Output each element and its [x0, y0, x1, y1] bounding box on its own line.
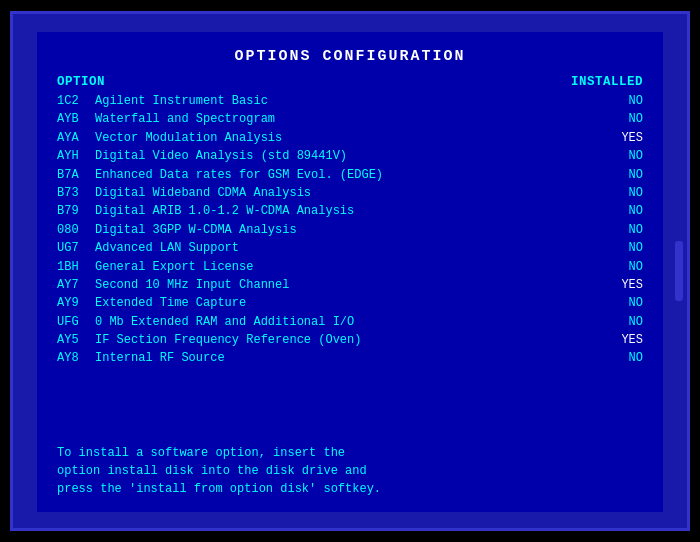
table-row: AY9Extended Time CaptureNO	[57, 295, 643, 312]
option-code: UG7	[57, 240, 95, 257]
table-row: B7AEnhanced Data rates for GSM Evol. (ED…	[57, 167, 643, 184]
option-installed-status: NO	[601, 240, 643, 257]
option-installed-status: NO	[601, 295, 643, 312]
option-installed-status: YES	[601, 332, 643, 349]
footer-line1: To install a software option, insert the	[57, 444, 643, 462]
option-description: Second 10 MHz Input Channel	[95, 277, 601, 294]
table-row: 1C2Agilent Instrument BasicNO	[57, 93, 643, 110]
option-installed-status: NO	[601, 167, 643, 184]
installed-column-header: INSTALLED	[571, 75, 643, 89]
option-code: AY5	[57, 332, 95, 349]
options-table: 1C2Agilent Instrument BasicNOAYBWaterfal…	[57, 93, 643, 436]
option-installed-status: YES	[601, 277, 643, 294]
option-installed-status: NO	[601, 111, 643, 128]
option-description: Agilent Instrument Basic	[95, 93, 601, 110]
scroll-indicator	[675, 241, 683, 301]
option-description: Digital Wideband CDMA Analysis	[95, 185, 601, 202]
option-code: 1BH	[57, 259, 95, 276]
table-row: B79Digital ARIB 1.0-1.2 W-CDMA AnalysisN…	[57, 203, 643, 220]
table-row: AY5IF Section Frequency Reference (Oven)…	[57, 332, 643, 349]
option-description: Enhanced Data rates for GSM Evol. (EDGE)	[95, 167, 601, 184]
option-installed-status: NO	[601, 203, 643, 220]
footer-instructions: To install a software option, insert the…	[57, 444, 643, 498]
option-description: Digital Video Analysis (std 89441V)	[95, 148, 601, 165]
table-row: 1BHGeneral Export LicenseNO	[57, 259, 643, 276]
option-code: B79	[57, 203, 95, 220]
table-row: B73Digital Wideband CDMA AnalysisNO	[57, 185, 643, 202]
option-description: IF Section Frequency Reference (Oven)	[95, 332, 601, 349]
option-installed-status: NO	[601, 222, 643, 239]
option-description: Internal RF Source	[95, 350, 601, 367]
option-installed-status: NO	[601, 93, 643, 110]
option-installed-status: NO	[601, 259, 643, 276]
page-title: OPTIONS CONFIGURATION	[57, 48, 643, 65]
table-row: 080Digital 3GPP W-CDMA AnalysisNO	[57, 222, 643, 239]
screen: OPTIONS CONFIGURATION OPTION INSTALLED 1…	[37, 32, 663, 512]
table-row: UG7Advanced LAN SupportNO	[57, 240, 643, 257]
option-description: Digital 3GPP W-CDMA Analysis	[95, 222, 601, 239]
option-description: Extended Time Capture	[95, 295, 601, 312]
option-installed-status: YES	[601, 130, 643, 147]
option-code: AY7	[57, 277, 95, 294]
table-row: AY7Second 10 MHz Input ChannelYES	[57, 277, 643, 294]
option-code: AYB	[57, 111, 95, 128]
option-code: AYA	[57, 130, 95, 147]
footer-line3: press the 'install from option disk' sof…	[57, 480, 643, 498]
table-header: OPTION INSTALLED	[57, 75, 643, 89]
option-description: Digital ARIB 1.0-1.2 W-CDMA Analysis	[95, 203, 601, 220]
table-row: AYBWaterfall and SpectrogramNO	[57, 111, 643, 128]
option-column-header: OPTION	[57, 75, 105, 89]
option-installed-status: NO	[601, 350, 643, 367]
option-code: AY9	[57, 295, 95, 312]
table-row: AYAVector Modulation AnalysisYES	[57, 130, 643, 147]
option-installed-status: NO	[601, 185, 643, 202]
option-code: AY8	[57, 350, 95, 367]
footer-line2: option install disk into the disk drive …	[57, 462, 643, 480]
option-code: AYH	[57, 148, 95, 165]
option-description: Advanced LAN Support	[95, 240, 601, 257]
option-installed-status: NO	[601, 148, 643, 165]
option-installed-status: NO	[601, 314, 643, 331]
table-row: UFG0 Mb Extended RAM and Additional I/ON…	[57, 314, 643, 331]
screen-outer: OPTIONS CONFIGURATION OPTION INSTALLED 1…	[10, 11, 690, 531]
option-code: B73	[57, 185, 95, 202]
table-row: AY8Internal RF SourceNO	[57, 350, 643, 367]
option-description: 0 Mb Extended RAM and Additional I/O	[95, 314, 601, 331]
option-code: B7A	[57, 167, 95, 184]
table-row: AYHDigital Video Analysis (std 89441V)NO	[57, 148, 643, 165]
option-code: 080	[57, 222, 95, 239]
option-description: Vector Modulation Analysis	[95, 130, 601, 147]
option-description: Waterfall and Spectrogram	[95, 111, 601, 128]
option-code: 1C2	[57, 93, 95, 110]
option-description: General Export License	[95, 259, 601, 276]
option-code: UFG	[57, 314, 95, 331]
